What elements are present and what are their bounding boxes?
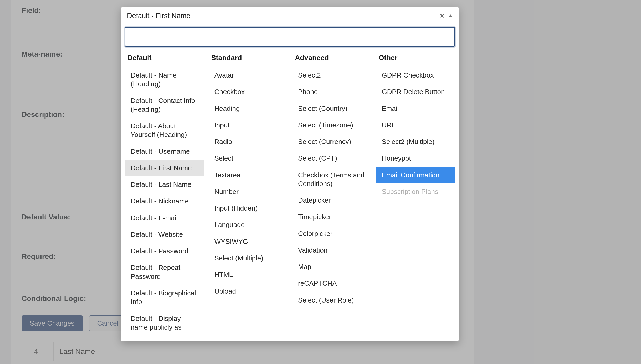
dropdown-option[interactable]: Default - Contact Info (Heading) xyxy=(125,93,204,118)
dropdown-option[interactable]: reCAPTCHA xyxy=(292,275,371,291)
chevron-up-icon[interactable] xyxy=(448,14,453,17)
dropdown-option[interactable]: Select2 (Multiple) xyxy=(376,134,455,150)
dropdown-option[interactable]: Default - Nickname xyxy=(125,193,204,209)
dropdown-group: AdvancedSelect2PhoneSelect (Country)Sele… xyxy=(291,52,373,336)
dropdown-option[interactable]: Input xyxy=(209,117,288,133)
dropdown-current-value: Default - First Name xyxy=(127,12,191,20)
dropdown-option[interactable]: GDPR Checkbox xyxy=(376,67,455,83)
dropdown-option[interactable]: Default - Repeat Password xyxy=(125,260,204,285)
dropdown-option[interactable]: Heading xyxy=(209,101,288,117)
dropdown-option[interactable]: Default - Username xyxy=(125,143,204,160)
dropdown-option[interactable]: Honeypot xyxy=(376,150,455,166)
dropdown-option[interactable]: Radio xyxy=(209,134,288,150)
dropdown-option[interactable]: Default - Name (Heading) xyxy=(125,67,204,92)
dropdown-option[interactable]: GDPR Delete Button xyxy=(376,84,455,100)
dropdown-option[interactable]: Checkbox xyxy=(209,84,288,100)
dropdown-option[interactable]: Default - First Name xyxy=(125,160,204,176)
dropdown-group: OtherGDPR CheckboxGDPR Delete ButtonEmai… xyxy=(375,52,457,336)
dropdown-option[interactable]: Phone xyxy=(292,84,371,100)
dropdown-group-title: Standard xyxy=(208,52,289,67)
dropdown-option[interactable]: Default - Display name publicly as xyxy=(125,311,204,336)
dropdown-group-title: Advanced xyxy=(291,52,372,67)
dropdown-option[interactable]: Timepicker xyxy=(292,209,371,225)
dropdown-option[interactable]: Input (Hidden) xyxy=(209,200,288,216)
close-icon[interactable]: ✕ xyxy=(440,13,444,19)
dropdown-option[interactable]: Datepicker xyxy=(292,192,371,208)
dropdown-option[interactable]: Default - About Yourself (Heading) xyxy=(125,118,204,143)
dropdown-body: DefaultDefault - Name (Heading)Default -… xyxy=(121,24,459,341)
dropdown-option[interactable]: Upload xyxy=(209,283,288,299)
dropdown-option[interactable]: Select (Timezone) xyxy=(292,117,371,133)
dropdown-option[interactable]: Default - E-mail xyxy=(125,210,204,226)
dropdown-option[interactable]: Validation xyxy=(292,242,371,258)
dropdown-option[interactable]: Checkbox (Terms and Conditions) xyxy=(292,167,371,192)
dropdown-option[interactable]: Avatar xyxy=(209,67,288,83)
dropdown-option[interactable]: Select (Multiple) xyxy=(209,250,288,266)
dropdown-option[interactable]: Select xyxy=(209,150,288,166)
dropdown-option[interactable]: Default - Website xyxy=(125,227,204,243)
dropdown-option[interactable]: Textarea xyxy=(209,167,288,183)
dropdown-search-input[interactable] xyxy=(125,27,455,47)
dropdown-option[interactable]: Select (Country) xyxy=(292,101,371,117)
dropdown-columns: DefaultDefault - Name (Heading)Default -… xyxy=(123,50,457,336)
dropdown-option[interactable]: URL xyxy=(376,117,455,133)
dropdown-group-title: Default xyxy=(124,52,205,67)
dropdown-group: StandardAvatarCheckboxHeadingInputRadioS… xyxy=(207,52,289,336)
field-type-dropdown: Default - First Name ✕ DefaultDefault - … xyxy=(121,7,459,341)
dropdown-option: Subscription Plans xyxy=(376,184,455,200)
dropdown-option[interactable]: Number xyxy=(209,184,288,200)
dropdown-option[interactable]: Email xyxy=(376,101,455,117)
dropdown-option[interactable]: Default - Last Name xyxy=(125,177,204,193)
dropdown-option[interactable]: Colorpicker xyxy=(292,226,371,242)
dropdown-option[interactable]: Language xyxy=(209,217,288,233)
dropdown-header: Default - First Name ✕ xyxy=(121,7,459,24)
dropdown-option[interactable]: Select (CPT) xyxy=(292,150,371,166)
dropdown-option[interactable]: Map xyxy=(292,259,371,275)
dropdown-option[interactable]: WYSIWYG xyxy=(209,234,288,250)
dropdown-group-title: Other xyxy=(375,52,456,67)
dropdown-option[interactable]: Email Confirmation xyxy=(376,167,455,183)
dropdown-option[interactable]: Default - Password xyxy=(125,243,204,259)
dropdown-option[interactable]: HTML xyxy=(209,267,288,283)
dropdown-group: DefaultDefault - Name (Heading)Default -… xyxy=(123,52,206,336)
dropdown-option[interactable]: Default - Biographical Info xyxy=(125,285,204,310)
dropdown-option[interactable]: Select (Currency) xyxy=(292,134,371,150)
dropdown-option[interactable]: Select (User Role) xyxy=(292,292,371,308)
dropdown-option[interactable]: Select2 xyxy=(292,67,371,83)
